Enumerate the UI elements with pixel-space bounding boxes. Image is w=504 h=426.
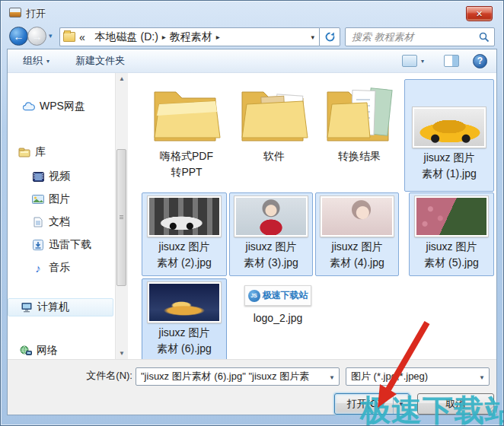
close-icon: ✕ [476, 9, 483, 19]
arrow-down-icon: ▼ [119, 350, 125, 357]
filename-combobox[interactable]: "jisuxz 图片素材 (6).jpg" "jisuxz 图片素 ▼ [136, 367, 340, 386]
sidebar-item-documents[interactable]: 文档 [8, 213, 113, 231]
search-box[interactable] [345, 27, 495, 46]
file-item-folder-pdf2ppt[interactable]: 嗨格式PDF 转PPT [143, 79, 230, 192]
file-name-line: logo_2.jpg [233, 310, 323, 326]
breadcrumb-item-folder[interactable]: 教程素材 [170, 30, 212, 44]
scrollbar-thumb[interactable] [116, 149, 126, 286]
address-dropdown-icon[interactable]: ▾ [309, 33, 316, 41]
views-button[interactable]: ▾ [396, 52, 430, 70]
thumbnail-logo: JS 极速下载站 [244, 285, 311, 306]
file-name-line: jisuxz 图片 [142, 325, 226, 341]
picture-icon [32, 193, 44, 205]
cloud-icon [23, 100, 35, 113]
file-name-line: 素材 (6).jpg [142, 341, 226, 357]
thumbnail-image [234, 196, 308, 237]
download-icon [32, 239, 44, 251]
file-item-jisuxz-5[interactable]: jisuxz 图片 素材 (5).jpg [409, 192, 494, 276]
new-folder-label: 新建文件夹 [75, 54, 125, 68]
file-name-line: jisuxz 图片 [142, 239, 226, 255]
sidebar-item-label: 音乐 [49, 261, 70, 275]
file-name-line: jisuxz 图片 [316, 239, 398, 255]
sidebar-item-wps-cloud[interactable]: WPS网盘 [8, 97, 113, 116]
breadcrumb-separator-icon[interactable]: ▸ [216, 33, 220, 41]
thumbnail-image [413, 107, 486, 148]
file-item-jisuxz-2[interactable]: jisuxz 图片 素材 (2).jpg [142, 192, 227, 276]
forward-button[interactable]: → [27, 27, 46, 46]
sidebar-item-libraries[interactable]: 库 [8, 143, 113, 161]
refresh-icon [324, 31, 336, 43]
logo-text: 极速下载站 [263, 288, 308, 304]
new-folder-button[interactable]: 新建文件夹 [69, 51, 131, 71]
sidebar-item-videos[interactable]: 视频 [8, 167, 113, 186]
filename-label: 文件名(N): [38, 369, 132, 383]
chevron-down-icon: ▾ [46, 58, 49, 65]
history-dropdown-icon[interactable]: ▾ [49, 32, 53, 40]
back-button[interactable]: ← [9, 27, 28, 46]
file-item-jisuxz-1[interactable]: jisuxz 图片 素材 (1).jpg [404, 79, 494, 192]
sidebar-item-label: 库 [35, 145, 46, 159]
file-name-line: 素材 (4).jpg [316, 255, 398, 271]
sidebar-item-network[interactable]: 网络 [8, 342, 113, 359]
watermark-text: 极速下载站 [360, 389, 504, 426]
file-item-jisuxz-4[interactable]: jisuxz 图片 素材 (4).jpg [315, 192, 399, 276]
organize-label: 组织 [23, 54, 43, 68]
preview-pane-button[interactable] [438, 52, 465, 70]
file-item-folder-results[interactable]: 转换结果 [317, 79, 402, 192]
sidebar-item-computer[interactable]: 计算机 [8, 298, 113, 316]
chevron-down-icon[interactable]: ▼ [479, 374, 485, 381]
navigation-pane: WPS网盘 库 视频 图片 [8, 73, 115, 359]
file-item-jisuxz-3[interactable]: jisuxz 图片 素材 (3).jpg [229, 192, 313, 276]
breadcrumb[interactable]: « 本地磁盘 (D:) ▸ 教程素材 ▸ ▾ [59, 27, 319, 46]
back-arrow-icon: ← [14, 30, 24, 43]
sidebar-item-music[interactable]: ♪ 音乐 [8, 259, 113, 277]
folder-icon [148, 81, 225, 148]
help-icon: ? [477, 56, 483, 66]
filetype-value: 图片 (*.jpg;*.jpeg) [351, 370, 428, 383]
file-name-line: 素材 (3).jpg [230, 255, 312, 271]
close-button[interactable]: ✕ [466, 6, 493, 21]
sidebar-scrollbar[interactable]: ▲ ▼ [115, 73, 128, 359]
file-name-line: jisuxz 图片 [405, 150, 493, 166]
title-bar[interactable]: 打开 ✕ [1, 1, 503, 24]
music-icon: ♪ [32, 262, 44, 274]
file-item-jisuxz-6[interactable]: jisuxz 图片 素材 (6).jpg [142, 278, 227, 359]
filetype-combobox[interactable]: 图片 (*.jpg;*.jpeg) ▼ [346, 367, 490, 386]
sidebar-item-label: 迅雷下载 [49, 238, 91, 252]
help-button[interactable]: ? [473, 54, 487, 68]
file-name-line: 素材 (2).jpg [142, 255, 226, 271]
computer-icon [21, 301, 33, 313]
organize-button[interactable]: 组织 ▾ [17, 51, 56, 71]
scroll-down-button[interactable]: ▼ [116, 348, 127, 359]
file-name-line: 转换结果 [317, 148, 401, 164]
search-input[interactable] [350, 30, 479, 43]
file-name-line: 素材 (1).jpg [405, 166, 493, 182]
file-item-folder-software[interactable]: 软件 [231, 79, 317, 192]
thumbnail-image [148, 196, 221, 237]
arrow-up-icon: ▲ [119, 75, 125, 82]
sidebar-item-thunder-downloads[interactable]: 迅雷下载 [8, 236, 113, 254]
document-icon [32, 216, 44, 228]
thumbnail-image [415, 196, 488, 237]
breadcrumb-collapse-chevron[interactable]: « [79, 31, 85, 43]
refresh-button[interactable] [319, 27, 340, 46]
breadcrumb-item-drive[interactable]: 本地磁盘 (D:) [95, 30, 158, 44]
toolbar-right-group: ▾ ? [396, 52, 496, 70]
views-icon [402, 55, 417, 67]
file-name-line: 转PPT [144, 164, 229, 180]
dialog-image-icon [9, 8, 21, 17]
sidebar-item-label: WPS网盘 [40, 100, 85, 113]
chevron-down-icon[interactable]: ▼ [329, 374, 335, 381]
forward-arrow-icon: → [32, 30, 43, 43]
folder-icon [236, 81, 312, 148]
logo-badge-icon: JS [248, 290, 260, 302]
file-list: 嗨格式PDF 转PPT 软件 [128, 73, 496, 359]
filename-value: "jisuxz 图片素材 (6).jpg" "jisuxz 图片素 [141, 370, 309, 383]
preview-pane-icon [444, 55, 459, 67]
breadcrumb-separator-icon[interactable]: ▸ [162, 33, 166, 41]
file-item-logo2[interactable]: JS 极速下载站 logo_2.jpg [232, 285, 324, 359]
dialog-body: 组织 ▾ 新建文件夹 ▾ ? [7, 49, 497, 415]
library-icon [18, 146, 30, 158]
sidebar-item-pictures[interactable]: 图片 [8, 190, 113, 208]
scroll-up-button[interactable]: ▲ [116, 73, 127, 84]
